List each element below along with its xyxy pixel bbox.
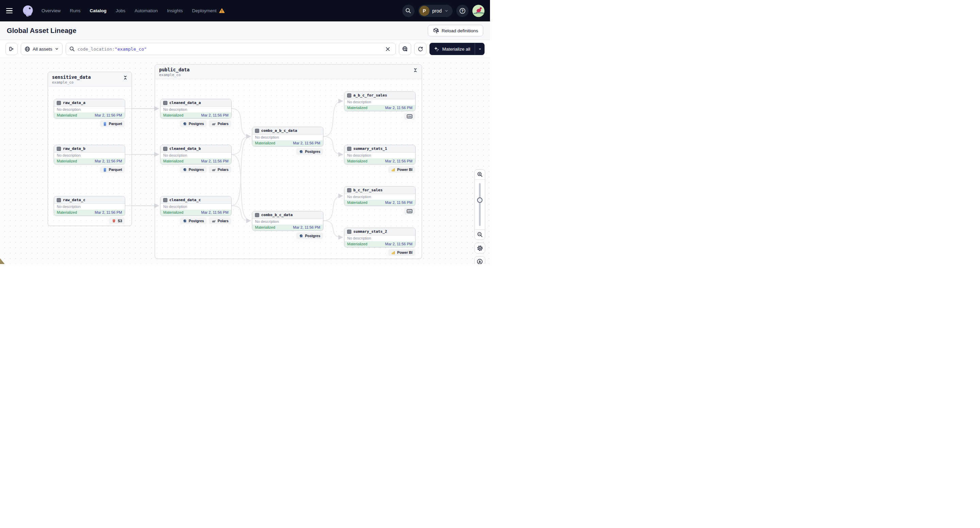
table-icon [163,101,167,105]
help-button[interactable]: ? [457,5,469,17]
asset-timestamp: Mar 2, 11:56 PM [95,209,123,216]
asset-tags: Power BI [388,166,415,173]
asset-node-combo_b_c_data[interactable]: combo_b_c_data No description Materializ… [252,211,323,231]
postgres-icon [183,122,187,126]
dagster-logo[interactable] [21,4,35,17]
download-image-button[interactable] [474,256,485,264]
asset-tag-polars[interactable]: Polars [209,120,231,127]
nav-item-insights[interactable]: Insights [167,8,183,13]
environment-switcher[interactable]: P prod [418,5,453,17]
asset-tag-polars[interactable]: Polars [209,217,231,224]
nav-item-automation[interactable]: Automation [135,8,158,13]
environment-initial: P [419,6,430,16]
asset-tags: PostgresPolars [180,120,231,127]
asset-node-summary_stats_2[interactable]: summary_stats_2 No description Materiali… [344,228,415,247]
reload-definitions-label: Reload definitions [442,28,478,33]
asset-tag-postgres[interactable]: Postgres [180,166,207,173]
asset-tags: Parquet [100,166,125,173]
asset-tag-power-bi[interactable]: Power BI [388,249,415,256]
asset-tag-s3[interactable]: S3 [109,217,125,224]
materialize-options-caret[interactable] [475,43,485,55]
asset-graph-settings-button[interactable] [399,43,411,55]
asset-tag-postgres[interactable]: Postgres [296,232,323,239]
collapse-group-button[interactable] [413,67,418,74]
asset-tag-polars[interactable]: Polars [209,166,231,173]
materialize-all-button[interactable]: Materialize all [430,43,485,55]
asset-node-a_b_c_for_sales[interactable]: a_b_c_for_sales No description Materiali… [344,91,415,111]
asset-node-cleaned_data_b[interactable]: cleaned_data_b No description Materializ… [160,145,232,165]
nav-item-deployment[interactable]: Deployment [192,8,225,13]
asset-node-cleaned_data_a[interactable]: cleaned_data_a No description Materializ… [160,99,232,119]
nav-item-jobs[interactable]: Jobs [116,8,126,13]
nav-item-overview[interactable]: Overview [41,8,60,13]
asset-name: combo_a_b_c_data [261,128,297,133]
asset-status: Materialized [255,225,275,230]
asset-node-raw_data_a[interactable]: raw_data_a No description Materialized M… [54,99,125,119]
hamburger-menu-icon[interactable] [6,5,18,17]
graph-settings-button[interactable] [474,243,485,254]
svg-text:?: ? [461,8,463,13]
postgres-icon [183,168,187,172]
asset-tags: S3 [109,217,125,224]
asset-status: Materialized [163,113,183,118]
open-panel-button[interactable] [5,43,18,55]
asset-node-combo_a_b_c_data[interactable]: combo_a_b_c_data No description Material… [252,127,323,146]
clear-search-button[interactable] [383,44,392,53]
search-icon [69,46,75,52]
user-avatar[interactable] [473,5,485,17]
asset-tag-label: Postgres [189,122,204,126]
asset-scope-dropdown[interactable]: All assets [21,43,62,55]
globe-icon [24,46,30,52]
asset-tag-parquet[interactable]: Parquet [100,166,125,173]
zoom-slider-thumb[interactable] [477,197,482,203]
polars-icon [212,168,216,172]
asset-tag-label: Parquet [109,122,122,126]
asset-node-raw_data_b[interactable]: raw_data_b No description Materialized M… [54,145,125,165]
table-icon [57,198,61,202]
reload-definitions-button[interactable]: Reload definitions [428,25,483,36]
zoom-out-button[interactable] [474,229,485,239]
asset-tag-postgres[interactable]: Postgres [180,217,207,224]
asset-description: No description [344,99,415,105]
nav-item-catalog[interactable]: Catalog [90,8,107,13]
asset-tag-label: Postgres [189,168,204,171]
table-icon [255,213,259,217]
group-code-location: example_co [159,73,189,77]
lineage-canvas[interactable]: sensitive_data example_co public_data ex… [0,58,490,264]
nav-item-label: Insights [167,8,183,13]
toolbar: All assets code_location:"example_co" [0,40,490,58]
asset-node-header: combo_b_c_data [252,211,323,219]
asset-tag-csv[interactable]: CSV [404,113,415,120]
asset-tag-parquet[interactable]: Parquet [100,120,125,127]
asset-tags: Postgres [296,232,323,239]
asset-tag-power-bi[interactable]: Power BI [388,166,415,173]
postgres-icon [183,219,187,223]
asset-timestamp: Mar 2, 11:56 PM [293,140,321,146]
asset-tags: PostgresPolars [180,166,231,173]
asset-description: No description [161,152,231,159]
asset-node-raw_data_c[interactable]: raw_data_c No description Materialized M… [54,196,125,216]
nav-item-runs[interactable]: Runs [70,8,81,13]
asset-tag-csv[interactable]: CSV [404,208,415,214]
asset-status: Materialized [57,159,77,164]
asset-tag-label: Polars [218,219,229,223]
asset-node-header: combo_a_b_c_data [252,127,323,135]
asset-name: combo_b_c_data [261,213,293,217]
asset-node-header: summary_stats_2 [344,228,415,235]
asset-timestamp: Mar 2, 11:56 PM [293,225,321,230]
asset-search-input[interactable]: code_location:"example_co" [66,43,396,55]
asset-node-summary_stats_1[interactable]: summary_stats_1 No description Materiali… [344,145,415,165]
panel-toggle-icon [8,46,14,52]
asset-tag-postgres[interactable]: Postgres [296,148,323,155]
collapse-group-button[interactable] [123,75,127,82]
asset-tag-postgres[interactable]: Postgres [180,120,207,127]
gear-icon [477,245,483,251]
asset-node-b_c_for_sales[interactable]: b_c_for_sales No description Materialize… [344,186,415,206]
zoom-slider[interactable] [474,180,485,229]
zoom-in-button[interactable] [474,170,485,180]
table-icon [255,129,259,133]
asset-node-cleaned_data_c[interactable]: cleaned_data_c No description Materializ… [160,196,232,216]
global-search-button[interactable] [402,5,415,17]
asset-description: No description [161,204,231,209]
refresh-button[interactable] [414,43,426,55]
